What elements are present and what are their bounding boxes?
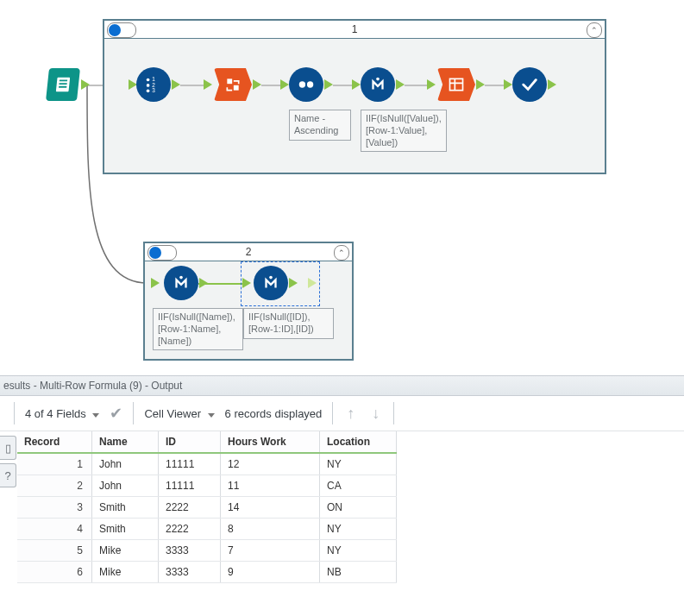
cell-record: 6 [17, 562, 92, 583]
anchor-out[interactable] [548, 79, 556, 90]
input-data-tool[interactable] [46, 68, 80, 101]
cell-record: 3 [17, 497, 92, 519]
connector [485, 85, 505, 86]
cell-id: 2222 [159, 519, 221, 540]
container-collapse-button[interactable]: ⌃ [334, 245, 349, 261]
svg-point-8 [147, 84, 150, 87]
mrf-annotation: IIF(IsNull([Value]),[Row-1:Value],[Value… [361, 110, 447, 152]
anchor-out[interactable] [81, 79, 90, 90]
results-panel: esults - Multi-Row Formula (9) - Output … [0, 375, 684, 583]
workflow-canvas[interactable]: 1 ⌃ 123 Name - Ascending IIF(IsNull([Val… [0, 0, 684, 375]
svg-rect-11 [234, 85, 239, 91]
anchor-in[interactable] [504, 79, 512, 90]
col-location[interactable]: Location [320, 431, 397, 453]
svg-rect-3 [59, 86, 66, 88]
sort-tool[interactable] [289, 67, 323, 102]
anchor-out[interactable] [396, 79, 405, 90]
table-row[interactable]: 6 Mike 3333 9 NB [17, 562, 397, 583]
mrf-name-annotation: IIF(IsNull([Name]),[Row-1:Name],[Name]) [153, 308, 243, 350]
anchor-in[interactable] [242, 278, 251, 288]
multi-row-formula-tool[interactable] [254, 266, 288, 300]
anchor-in[interactable] [427, 79, 436, 90]
svg-point-9 [147, 90, 150, 93]
apply-check-icon[interactable]: ✔ [110, 404, 122, 423]
results-tab-data[interactable]: ▯ [0, 436, 16, 460]
table-row[interactable]: 3 Smith 2222 14 ON [17, 497, 397, 519]
container-enable-toggle[interactable] [147, 245, 177, 261]
cell-loc: NY [320, 540, 397, 562]
results-side-tabs: ▯ ? [0, 436, 17, 491]
container-header: 1 ⌃ [104, 21, 605, 39]
table-header-row: Record Name ID Hours Work Location [17, 431, 397, 453]
prev-arrow-icon[interactable]: ↑ [343, 405, 358, 423]
cell-id: 11111 [159, 475, 221, 497]
transpose-tool[interactable] [214, 68, 252, 101]
results-tab-help[interactable]: ? [0, 463, 16, 487]
multi-row-formula-tool[interactable] [164, 266, 198, 300]
chevron-down-icon [92, 413, 99, 418]
svg-text:3: 3 [152, 87, 155, 93]
separator [332, 402, 333, 424]
anchor-out[interactable] [199, 278, 208, 288]
anchor-out[interactable] [476, 79, 485, 90]
container-header: 2 ⌃ [145, 243, 352, 261]
record-id-tool[interactable]: 123 [136, 67, 171, 102]
table-row[interactable]: 2 John 11111 11 CA [17, 475, 397, 497]
cell-name: John [92, 453, 159, 475]
separator [14, 402, 15, 424]
anchor-in[interactable] [352, 79, 361, 90]
anchor-in[interactable] [280, 79, 289, 90]
cell-viewer-dropdown[interactable]: Cell Viewer [144, 407, 214, 420]
select-tool[interactable] [512, 67, 547, 102]
svg-point-14 [376, 78, 380, 81]
cell-id: 11111 [159, 453, 221, 475]
results-grid[interactable]: Record Name ID Hours Work Location 1 Joh… [17, 431, 684, 583]
cell-id: 3333 [159, 540, 221, 562]
svg-point-21 [269, 276, 273, 280]
connector [180, 85, 206, 86]
container-collapse-button[interactable]: ⌃ [587, 22, 602, 38]
svg-point-20 [179, 276, 183, 280]
cell-loc: CA [320, 475, 397, 497]
multi-row-formula-tool[interactable] [361, 67, 395, 102]
next-arrow-icon[interactable]: ↓ [368, 405, 383, 423]
cell-record: 2 [17, 475, 92, 497]
anchor-out[interactable] [172, 79, 180, 90]
table-row[interactable]: 5 Mike 3333 7 NY [17, 540, 397, 562]
cell-record: 5 [17, 540, 92, 562]
chevron-down-icon [208, 413, 215, 418]
connector [405, 85, 429, 86]
cell-record: 4 [17, 519, 92, 540]
anchor-out[interactable] [253, 79, 261, 90]
col-hours[interactable]: Hours Work [221, 431, 320, 453]
cross-tab-tool[interactable] [437, 68, 475, 101]
anchor-out[interactable] [324, 79, 333, 90]
svg-rect-15 [450, 79, 463, 90]
anchor-in[interactable] [151, 278, 160, 288]
svg-rect-1 [60, 80, 67, 82]
cell-loc: ON [320, 497, 397, 519]
col-record[interactable]: Record [17, 431, 92, 453]
cell-loc: NB [320, 562, 397, 583]
cell-hours: 8 [221, 519, 320, 540]
separator [133, 402, 134, 424]
anchor-out[interactable] [308, 278, 317, 288]
sort-annotation: Name - Ascending [289, 110, 351, 141]
anchor-in[interactable] [204, 79, 212, 90]
table-row[interactable]: 1 John 11111 12 NY [17, 453, 397, 475]
cell-name: John [92, 475, 159, 497]
cell-hours: 11 [221, 475, 320, 497]
fields-dropdown[interactable]: 4 of 4 Fields [25, 407, 99, 420]
svg-rect-2 [59, 83, 66, 85]
container-enable-toggle[interactable] [107, 22, 136, 38]
svg-rect-10 [227, 79, 232, 84]
results-toolbar: 4 of 4 Fields ✔ Cell Viewer 6 records di… [0, 396, 684, 431]
col-id[interactable]: ID [159, 431, 221, 453]
cell-name: Mike [92, 540, 159, 562]
cell-id: 3333 [159, 562, 221, 583]
col-name[interactable]: Name [92, 431, 159, 453]
svg-point-12 [299, 81, 305, 87]
anchor-out[interactable] [289, 278, 298, 288]
table-row[interactable]: 4 Smith 2222 8 NY [17, 519, 397, 540]
connector [261, 85, 282, 86]
